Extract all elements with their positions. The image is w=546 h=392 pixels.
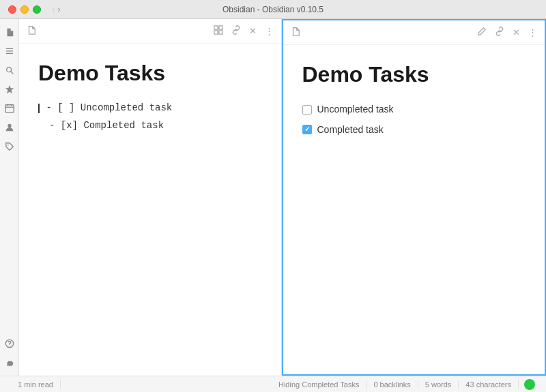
close-icon-right[interactable]: ✕ [511,26,522,39]
raw-task-1: - [ ] Uncompleted task [38,100,262,117]
traffic-lights [8,5,41,14]
sidebar-icon-calendar[interactable] [2,101,17,116]
maximize-button[interactable] [33,5,41,14]
svg-rect-15 [218,26,222,29]
task-2-label: Completed task [317,121,384,138]
sidebar-icon-file[interactable] [2,25,17,40]
sidebar-icon-search[interactable] [2,63,17,78]
status-backlinks: 0 backlinks [367,380,418,389]
task-list-raw[interactable]: - [ ] Uncompleted task - [x] Completed t… [38,100,262,134]
minimize-button[interactable] [20,5,29,14]
sidebar-icon-settings[interactable] [2,355,17,370]
svg-rect-17 [218,31,222,34]
sidebar-icon-tag[interactable] [2,139,17,154]
app-body: ✕ ⋮ Demo Tasks - [ ] Uncompleted task - … [0,19,546,376]
raw-task-2: - [x] Completed task [49,117,262,134]
sidebar-icon-person[interactable] [2,120,17,135]
svg-rect-0 [5,48,13,49]
right-pane-content: Demo Tasks Uncompleted task Completed ta… [283,45,545,374]
svg-rect-6 [5,105,13,112]
svg-point-3 [6,67,11,72]
window-title: Obsidian - Obsidian v0.10.5 [222,5,324,14]
sidebar-icon-help[interactable] [2,336,17,351]
sidebar [0,19,19,376]
link-icon-right[interactable] [493,25,506,40]
left-pane-toolbar: ✕ ⋮ [19,19,281,44]
task-2-checkbox[interactable] [302,125,312,134]
svg-point-11 [7,145,8,146]
preview-task-1: Uncompleted task [302,101,526,118]
status-dot [524,379,535,390]
nav-buttons: ‹ › [52,4,61,14]
file-icon-right [289,25,302,40]
grid-icon-left[interactable] [212,24,225,38]
forward-button[interactable]: › [57,4,60,14]
right-pane-toolbar: ✕ ⋮ [283,20,545,45]
title-bar: ‹ › Obsidian - Obsidian v0.10.5 [0,0,546,19]
svg-rect-1 [5,50,13,51]
task-list-preview: Uncompleted task Completed task [302,101,526,138]
svg-point-13 [9,346,10,346]
left-pane-editor: ✕ ⋮ Demo Tasks - [ ] Uncompleted task - … [19,19,282,376]
left-pane-content: Demo Tasks - [ ] Uncompleted task - [x] … [19,44,281,376]
task-1-checkbox[interactable] [302,105,312,115]
sidebar-icon-star[interactable] [2,82,17,97]
right-toolbar-left [289,25,302,40]
svg-rect-16 [214,31,217,34]
close-button[interactable] [8,5,16,14]
right-toolbar-right: ✕ ⋮ [475,25,539,40]
right-pane-preview: ✕ ⋮ Demo Tasks Uncompleted task Complete… [282,19,547,376]
left-editor-title: Demo Tasks [38,60,262,86]
status-hiding: Hiding Completed Tasks [272,380,367,389]
raw-task-1-text: - [ ] Uncompleted task [46,102,172,113]
task-1-label: Uncompleted task [317,101,394,118]
cursor [38,104,40,113]
left-toolbar-right: ✕ ⋮ [212,24,276,38]
svg-point-10 [8,124,11,127]
content-area: ✕ ⋮ Demo Tasks - [ ] Uncompleted task - … [19,19,546,376]
back-button[interactable]: ‹ [52,4,55,14]
more-icon-right[interactable]: ⋮ [526,26,539,39]
svg-line-4 [10,72,13,74]
status-read-time: 1 min read [11,380,61,389]
link-icon-left[interactable] [229,24,243,38]
more-icon-left[interactable]: ⋮ [263,25,276,37]
file-icon-left [25,24,38,38]
svg-rect-2 [5,53,13,54]
status-words: 5 words [418,380,459,389]
close-icon-left[interactable]: ✕ [247,25,259,37]
svg-marker-5 [5,85,13,93]
raw-task-2-text: - [x] Completed task [49,120,164,131]
left-toolbar-left [25,24,38,38]
edit-icon-right[interactable] [475,25,489,40]
preview-task-2: Completed task [302,121,526,138]
sidebar-icon-menu[interactable] [2,44,17,59]
status-characters: 43 characters [459,380,519,389]
svg-rect-14 [214,26,217,29]
right-preview-title: Demo Tasks [302,61,526,87]
status-bar: 1 min read Hiding Completed Tasks 0 back… [0,376,546,392]
